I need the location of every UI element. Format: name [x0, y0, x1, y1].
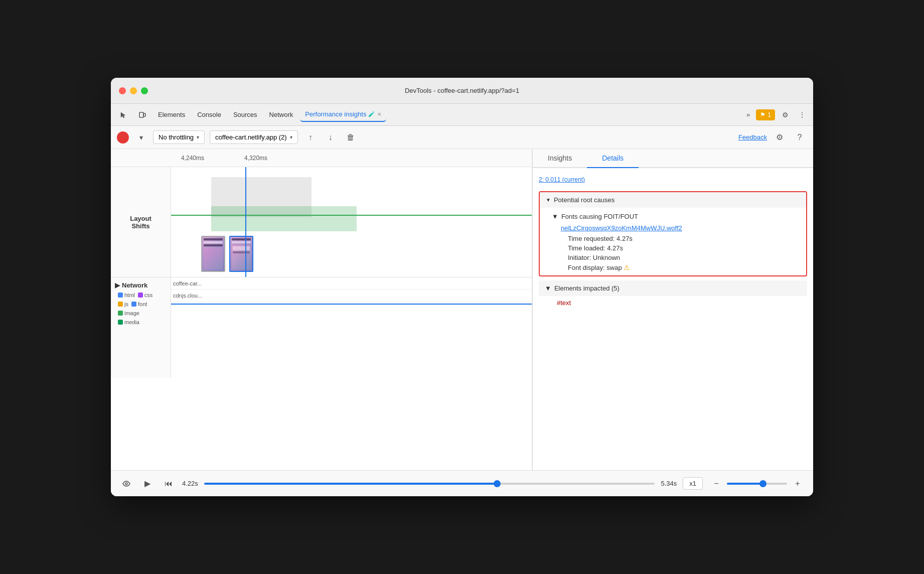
legend-js: js [118, 301, 128, 307]
delete-button[interactable]: 🗑 [343, 130, 358, 145]
window-title: DevTools - coffee-cart.netlify.app/?ad=1 [405, 87, 519, 94]
fonts-subsection: ▼ Fonts causing FOIT/FOUT nelLzCirqoswsq… [540, 208, 806, 275]
more-tabs-button[interactable]: » [743, 109, 753, 120]
tab-network[interactable]: Network [264, 108, 298, 121]
tab-console[interactable]: Console [192, 108, 226, 121]
css-dot [138, 293, 143, 298]
legend-media: media [118, 319, 139, 325]
tab-bar: Elements Console Sources Network Perform… [111, 104, 813, 126]
tab-sources[interactable]: Sources [228, 108, 262, 121]
elements-list: #text [539, 296, 807, 309]
image-dot [118, 311, 123, 316]
tab-details[interactable]: Details [587, 149, 639, 168]
triangle-down-icon2: ▼ [552, 213, 558, 220]
right-content: 2: 0.011 (current) ▼ Potential root caus… [533, 168, 813, 470]
time-loaded-row: Time loaded: 4.27s [552, 243, 800, 253]
svg-point-2 [125, 483, 127, 485]
minimize-button[interactable] [130, 87, 137, 94]
network-progress-line [171, 302, 532, 305]
toolbar: ▾ No throttling ▾ coffee-cart.netlify.ap… [111, 126, 813, 149]
hash-text-item: #text [545, 299, 571, 307]
elements-section: ▼ Elements impacted (5) #text [539, 280, 807, 309]
legend-image: image [118, 310, 139, 316]
potential-root-causes-header[interactable]: ▼ Potential root causes [540, 192, 806, 208]
maximize-button[interactable] [141, 87, 148, 94]
timeline-slider[interactable] [204, 483, 655, 485]
green-timeline-line [171, 215, 532, 216]
legend-font: font [131, 301, 147, 307]
layout-shifts-section: Layout Shifts [111, 167, 532, 277]
font-display-row: Font display: swap ⚠ [552, 262, 800, 272]
help-button[interactable]: ? [792, 130, 807, 145]
url-dropdown[interactable]: coffee-cart.netlify.app (2) ▾ [210, 130, 298, 144]
network-header[interactable]: ▶ Network [115, 281, 167, 289]
blue-timeline-cursor [245, 167, 246, 277]
network-row[interactable]: coffee-car... [171, 277, 532, 290]
title-bar: DevTools - coffee-cart.netlify.app/?ad=1 [111, 78, 813, 104]
network-row[interactable]: cdnjs.clou... [171, 290, 532, 302]
svg-rect-1 [143, 113, 145, 116]
zoom-thumb[interactable] [759, 480, 766, 487]
time-start-label: 4.22s [182, 480, 198, 487]
speed-badge[interactable]: x1 [683, 477, 703, 490]
svg-rect-0 [139, 112, 143, 117]
media-dot [118, 320, 123, 325]
settings-icon-button[interactable]: ⚙ [772, 130, 787, 145]
eye-button[interactable] [119, 476, 134, 491]
eye-icon [122, 480, 131, 487]
skip-to-start-button[interactable]: ⏮ [161, 476, 176, 491]
elements-impacted-header[interactable]: ▼ Elements impacted (5) [539, 280, 807, 296]
tab-cursor-icon[interactable] [115, 108, 132, 121]
play-button[interactable]: ▶ [140, 476, 155, 491]
tab-insights[interactable]: Insights [533, 149, 587, 168]
legend-html: html [118, 292, 135, 298]
dropdown-arrow-icon[interactable]: ▾ [134, 130, 148, 145]
zoom-out-button[interactable]: − [709, 476, 724, 491]
highlight-box: ▼ Potential root causes ▼ Fonts causing … [539, 191, 807, 276]
tab-performance-insights[interactable]: Performance insights 🧪 × [300, 107, 386, 122]
left-panel: 4,240ms 4,320ms Layout Shifts [111, 149, 532, 470]
record-button[interactable] [117, 131, 129, 144]
url-arrow-icon: ▾ [290, 134, 292, 140]
font-dot [131, 302, 136, 307]
thumbnail-item[interactable] [201, 236, 225, 272]
more-options-button[interactable]: ⋮ [795, 108, 809, 122]
triangle-down-icon: ▼ [546, 197, 551, 203]
network-collapse-icon: ▶ [115, 281, 120, 289]
warning-flag-icon: ⚑ [760, 111, 765, 118]
layout-shifts-timeline [171, 167, 532, 277]
bottom-bar: ▶ ⏮ 4.22s 5.34s x1 − + [111, 470, 813, 496]
font-file-link[interactable]: nelLzCirqoswsqX9zoKmM4MwWJU.woff2 [552, 224, 800, 232]
zoom-in-button[interactable]: + [790, 476, 805, 491]
slider-track[interactable] [204, 483, 655, 485]
green-timeline-rect [211, 206, 357, 231]
traffic-lights [119, 87, 148, 94]
network-rows: coffee-car... cdnjs.clou... [171, 277, 532, 378]
warning-icon: ⚠ [624, 263, 630, 271]
thumbnail-item-selected[interactable] [229, 236, 253, 272]
fonts-header[interactable]: ▼ Fonts causing FOIT/FOUT [552, 211, 800, 222]
network-label-panel: ▶ Network html css [111, 277, 171, 378]
legend-css: css [138, 292, 153, 298]
initiator-row: Initiator: Unknown [552, 253, 800, 262]
tab-right-icons: » ⚑ 1 ⚙ ⋮ [743, 108, 809, 122]
version-line: 2: 0.011 (current) [539, 174, 807, 187]
right-panel: Insights Details 2: 0.011 (current) ▼ Po… [532, 149, 813, 470]
network-legend: html css js font [115, 289, 167, 328]
zoom-track[interactable] [727, 483, 787, 485]
close-button[interactable] [119, 87, 126, 94]
slider-thumb[interactable] [494, 480, 501, 487]
download-button[interactable]: ↓ [323, 130, 338, 145]
throttling-dropdown[interactable]: No throttling ▾ [153, 130, 205, 144]
feedback-link[interactable]: Feedback [738, 133, 767, 141]
issues-badge[interactable]: ⚑ 1 [756, 109, 775, 120]
zoom-controls: − + [709, 476, 805, 491]
tab-elements[interactable]: Elements [153, 108, 190, 121]
beaker-icon: 🧪 [368, 111, 375, 117]
settings-button[interactable]: ⚙ [778, 108, 792, 122]
device-icon [139, 111, 146, 118]
layout-shifts-label: Layout Shifts [111, 167, 171, 277]
tab-device-icon[interactable] [134, 108, 151, 121]
upload-button[interactable]: ↑ [303, 130, 318, 145]
throttling-arrow-icon: ▾ [197, 134, 199, 140]
